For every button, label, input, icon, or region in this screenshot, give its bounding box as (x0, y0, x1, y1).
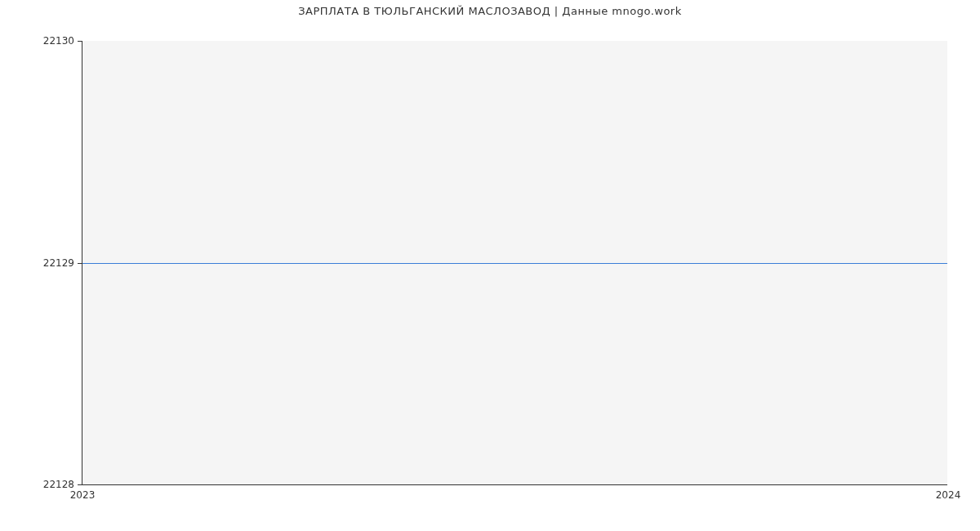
y-tick (78, 484, 82, 485)
y-tick (78, 41, 82, 42)
chart-title: ЗАРПЛАТА В ТЮЛЬГАНСКИЙ МАСЛОЗАВОД | Данн… (0, 5, 980, 17)
plot-area: 22130 22129 22128 2023 2024 (82, 41, 947, 485)
y-tick-label: 22128 (43, 479, 74, 490)
y-tick-label: 22129 (43, 257, 74, 269)
salary-chart: ЗАРПЛАТА В ТЮЛЬГАНСКИЙ МАСЛОЗАВОД | Данн… (0, 0, 980, 531)
series-line (82, 263, 947, 264)
x-tick-label: 2023 (70, 489, 96, 501)
x-tick-label: 2024 (936, 489, 961, 501)
y-tick-label: 22130 (43, 35, 74, 47)
